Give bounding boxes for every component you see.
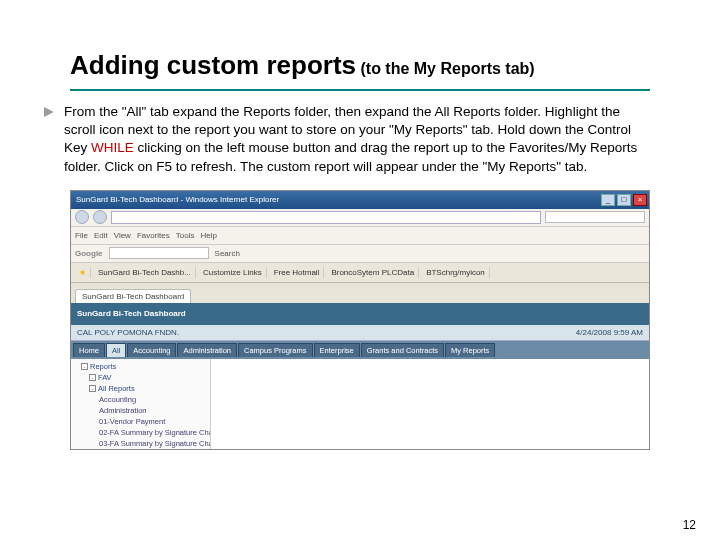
favorites-star-button[interactable]: ★ xyxy=(75,267,91,278)
address-bar-row xyxy=(71,209,649,227)
fav-link-0[interactable]: SunGard Bi-Tech Dashb... xyxy=(94,267,196,278)
report-tree: -Reports-FAV-All ReportsAccountingAdmini… xyxy=(71,359,211,450)
tree-item-label: Administration xyxy=(99,406,147,415)
tab-accounting[interactable]: Accounting xyxy=(127,343,176,357)
page-number: 12 xyxy=(683,518,696,532)
fav-link-2[interactable]: Free Hotmail xyxy=(270,267,325,278)
embedded-screenshot: SunGard Bi-Tech Dashboard - Windows Inte… xyxy=(70,190,650,450)
google-search-input[interactable] xyxy=(109,247,209,259)
slide-title: Adding custom reports (to the My Reports… xyxy=(70,50,650,81)
instruction-text: From the "All" tab expand the Reports fo… xyxy=(64,103,650,176)
arrow-bullet-icon xyxy=(42,105,56,119)
tree-item[interactable]: -All Reports xyxy=(75,383,206,394)
tab-all[interactable]: All xyxy=(106,343,126,357)
tree-item[interactable]: 02-FA Summary by Signature Change xyxy=(75,427,206,438)
menu-bar: File Edit View Favorites Tools Help xyxy=(71,227,649,245)
title-rule xyxy=(70,89,650,91)
menu-view[interactable]: View xyxy=(114,231,131,240)
text-emphasis: WHILE xyxy=(91,140,134,155)
search-input[interactable] xyxy=(545,211,645,223)
tree-item-label: 02-FA Summary by Signature Change xyxy=(99,428,211,437)
tree-item[interactable]: Accounting xyxy=(75,394,206,405)
tab-home[interactable]: Home xyxy=(73,343,105,357)
dashboard-subheader: CAL POLY POMONA FNDN. 4/24/2008 9:59 AM xyxy=(71,325,649,341)
tree-item-label: 03-FA Summary by Signature Change xyxy=(99,439,211,448)
window-titlebar: SunGard Bi-Tech Dashboard - Windows Inte… xyxy=(71,191,649,209)
address-input[interactable] xyxy=(111,211,541,224)
tree-item[interactable]: 01-Vendor Payment xyxy=(75,416,206,427)
google-label: Google xyxy=(75,249,103,258)
menu-tools[interactable]: Tools xyxy=(176,231,195,240)
tab-campus[interactable]: Campus Programs xyxy=(238,343,313,357)
expand-box-icon[interactable]: - xyxy=(89,385,96,392)
dashboard-tabs: Home All Accounting Administration Campu… xyxy=(71,341,649,359)
dashboard-body: -Reports-FAV-All ReportsAccountingAdmini… xyxy=(71,359,649,450)
browser-tab[interactable]: SunGard Bi-Tech Dashboard xyxy=(75,289,191,303)
maximize-button[interactable]: □ xyxy=(617,194,631,206)
menu-help[interactable]: Help xyxy=(200,231,216,240)
tree-item-label: 01-Vendor Payment xyxy=(99,417,165,426)
minimize-button[interactable]: _ xyxy=(601,194,615,206)
google-search-button[interactable]: Search xyxy=(215,249,240,258)
favorites-bar: ★ SunGard Bi-Tech Dashb... Customize Lin… xyxy=(71,263,649,283)
fav-link-3[interactable]: BroncoSytem PLCData xyxy=(327,267,419,278)
close-button[interactable]: × xyxy=(633,194,647,206)
google-toolbar: Google Search xyxy=(71,245,649,263)
menu-file[interactable]: File xyxy=(75,231,88,240)
tree-item-label: Accounting xyxy=(99,395,136,404)
tree-item-label: Reports xyxy=(90,362,116,371)
tree-item[interactable]: -Reports xyxy=(75,361,206,372)
tree-item[interactable]: 03-FA Summary by Signature Change xyxy=(75,438,206,449)
tree-item[interactable]: -FAV xyxy=(75,372,206,383)
timestamp: 4/24/2008 9:59 AM xyxy=(576,328,643,337)
forward-button[interactable] xyxy=(93,210,107,224)
org-name: CAL POLY POMONA FNDN. xyxy=(77,328,179,337)
tree-item-label: All Reports xyxy=(98,384,135,393)
title-sub: (to the My Reports tab) xyxy=(360,60,534,77)
window-title: SunGard Bi-Tech Dashboard - Windows Inte… xyxy=(73,195,279,204)
bullet-item: From the "All" tab expand the Reports fo… xyxy=(42,103,650,176)
tree-item-label: FAV xyxy=(98,373,112,382)
title-main: Adding custom reports xyxy=(70,50,356,80)
tree-item[interactable]: 03-Summary by Account xyxy=(75,449,206,450)
back-button[interactable] xyxy=(75,210,89,224)
dashboard-header: SunGard Bi-Tech Dashboard xyxy=(71,303,649,325)
tree-item[interactable]: Administration xyxy=(75,405,206,416)
menu-favorites[interactable]: Favorites xyxy=(137,231,170,240)
svg-marker-0 xyxy=(44,107,54,117)
fav-link-4[interactable]: BTSchrg/myicon xyxy=(422,267,490,278)
browser-tabstrip: SunGard Bi-Tech Dashboard xyxy=(71,283,649,303)
tab-administration[interactable]: Administration xyxy=(177,343,237,357)
fav-link-1[interactable]: Customize Links xyxy=(199,267,267,278)
tab-enterprise[interactable]: Enterprise xyxy=(314,343,360,357)
tab-myreports[interactable]: My Reports xyxy=(445,343,495,357)
expand-box-icon[interactable]: - xyxy=(89,374,96,381)
text-after: clicking on the left mouse button and dr… xyxy=(64,140,637,173)
expand-box-icon[interactable]: - xyxy=(81,363,88,370)
content-area xyxy=(211,359,649,450)
menu-edit[interactable]: Edit xyxy=(94,231,108,240)
star-icon: ★ xyxy=(79,268,86,277)
tab-grants[interactable]: Grants and Contracts xyxy=(361,343,444,357)
